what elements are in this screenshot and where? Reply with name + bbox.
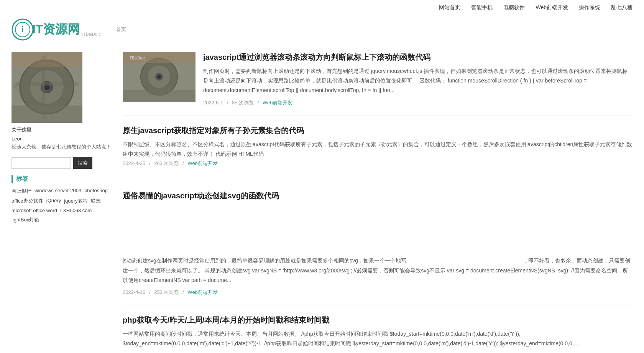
article-title[interactable]: javascript通过浏览器滚动条滚动方向判断鼠标上下滚动的函数代码	[203, 52, 632, 63]
svg-point-18	[157, 75, 161, 79]
logo-area[interactable]: i IT资源网 ITBaiDu.c	[12, 18, 101, 41]
sidebar-description: 经验大杂烩，储存乱七八糟教程的个人站点！	[12, 143, 111, 151]
search-button[interactable]: 搜索	[73, 157, 92, 169]
svg-text:ITBaiDu.c: ITBaiDu.c	[128, 56, 145, 60]
svg-rect-9	[15, 82, 79, 86]
breadcrumb: 首页	[116, 26, 126, 33]
sidebar-avatar	[12, 52, 82, 123]
article-views: 85 次浏览	[232, 100, 254, 106]
top-navigation: 网站首页 智能手机 电脑软件 Web前端开发 操作系统 乱七八糟	[0, 0, 644, 15]
tag-item[interactable]: photoshop	[84, 188, 108, 195]
tag-item[interactable]: LXH5068.com	[60, 208, 92, 213]
article-excerpt: 制作网页时，需要判断鼠标向上滚动还是向下滚动，首先想到的是通过 jquery.m…	[203, 66, 632, 96]
article-category[interactable]: Web前端开发	[263, 100, 293, 106]
tags-title: 标签	[12, 175, 111, 183]
logo-sub: ITBaiDu.c	[82, 32, 100, 36]
logo-icon: i	[12, 18, 34, 41]
sidebar-search-wrap: 搜索	[12, 157, 111, 169]
article-card: php获取今天/昨天/上周/本周/本月的开始时间戳和结束时间戳 一些网站常用的期…	[123, 315, 632, 353]
article-meta: 2022-4-25 / 263 次浏览 / Web前端开发	[123, 159, 632, 168]
article-card: 原生javascript获取指定对象所有子孙元素集合的代码 不限制层级、不区分标…	[123, 125, 632, 181]
article-card: 通俗易懂的javascript动态创建svg的函数代码 js动态创建svg在制作…	[123, 190, 632, 305]
tag-item[interactable]: windows server 2003	[34, 188, 81, 195]
tag-item[interactable]: microsoft office word	[12, 208, 57, 213]
article-date: 2022-6-1	[203, 100, 223, 106]
tag-item[interactable]: lightBox灯箱	[12, 216, 39, 223]
article-excerpt: 一些网站常用的期间段时间戳，通常用来统计今天、本周、当月网站数据。 //php获…	[123, 329, 632, 348]
article-title[interactable]: 原生javascript获取指定对象所有子孙元素集合的代码	[123, 125, 632, 136]
site-header: i IT资源网 ITBaiDu.c 首页	[0, 15, 644, 44]
nav-os[interactable]: 操作系统	[579, 4, 600, 11]
tag-item[interactable]: office办公软件	[12, 198, 43, 205]
nav-software[interactable]: 电脑软件	[503, 4, 525, 11]
article-date: 2022-4-16	[123, 289, 145, 295]
article-meta: 2022-6-1 / 85 次浏览 / Web前端开发	[203, 99, 632, 106]
tag-item[interactable]: 联想	[91, 198, 101, 205]
tag-item[interactable]: 网上银行	[12, 188, 31, 195]
svg-text:i: i	[21, 25, 24, 34]
search-input[interactable]	[12, 157, 71, 169]
sidebar-username: Leon	[12, 136, 111, 142]
tag-item[interactable]: jQuery	[46, 198, 61, 205]
nav-smartphone[interactable]: 智能手机	[471, 4, 493, 11]
tag-item[interactable]: jquery教程	[64, 198, 87, 205]
article-excerpt: js动态创建svg在制作网页时是经常使用到的，最简单最容易理解的用处就是如果需要…	[123, 205, 632, 285]
sidebar-tags: 网上银行windows server 2003photoshopoffice办公…	[12, 188, 111, 223]
article-category[interactable]: Web前端开发	[187, 289, 218, 295]
main-content: ITBaiDu.c javascript通过浏览器滚动条滚动方向判断鼠标上下滚动…	[123, 52, 632, 353]
svg-rect-20	[123, 90, 196, 102]
page-wrap: 关于这里 Leon 经验大杂烩，储存乱七八糟教程的个人站点！ 搜索 标签 网上银…	[0, 44, 644, 353]
logo-text: IT资源网	[32, 21, 80, 38]
sidebar: 关于这里 Leon 经验大杂烩，储存乱七八糟教程的个人站点！ 搜索 标签 网上银…	[12, 52, 111, 353]
svg-rect-12	[12, 52, 82, 67]
article-date: 2022-4-25	[123, 160, 145, 166]
article-meta: 2022-4-16 / 253 次浏览 / Web前端开发	[123, 289, 632, 296]
article-title[interactable]: 通俗易懂的javascript动态创建svg的函数代码	[123, 190, 632, 201]
svg-rect-13	[12, 106, 82, 123]
article-title[interactable]: php获取今天/昨天/上周/本周/本月的开始时间戳和结束时间戳	[123, 315, 632, 325]
nav-home[interactable]: 网站首页	[439, 4, 460, 11]
nav-misc[interactable]: 乱七八糟	[611, 4, 632, 11]
article-views: 263 次浏览	[154, 160, 179, 166]
article-views: 253 次浏览	[154, 289, 179, 295]
article-thumb: ITBaiDu.c	[123, 52, 196, 102]
article-card: ITBaiDu.c javascript通过浏览器滚动条滚动方向判断鼠标上下滚动…	[123, 52, 632, 116]
article-category[interactable]: Web前端开发	[187, 160, 218, 166]
sidebar-about-label: 关于这里	[12, 127, 111, 134]
nav-webdev[interactable]: Web前端开发	[536, 4, 568, 11]
article-body: javascript通过浏览器滚动条滚动方向判断鼠标上下滚动的函数代码 制作网页…	[203, 52, 632, 106]
article-excerpt: 不限制层级、不区分标签名、不区分样式名，通过原生javascript代码获取所有…	[123, 140, 632, 168]
